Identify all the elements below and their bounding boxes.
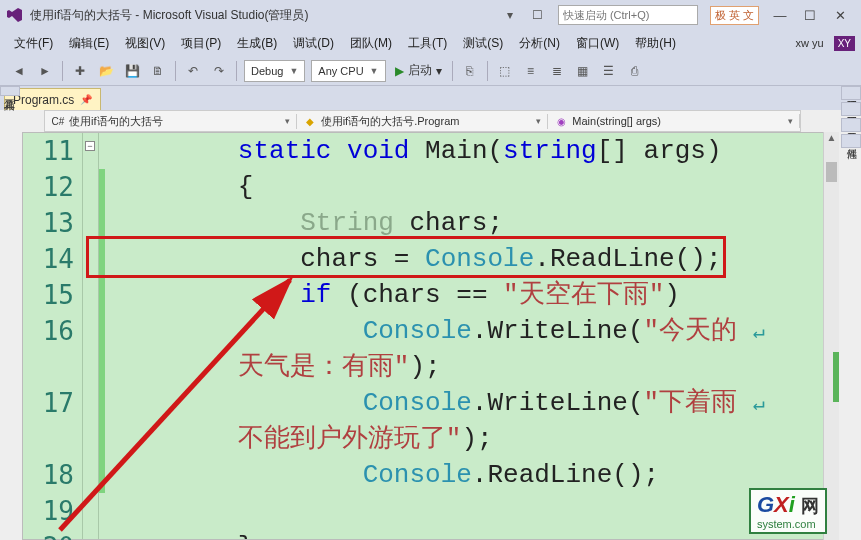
- diagnostic-tools-tab[interactable]: 诊断工具: [841, 118, 861, 132]
- save-all-button[interactable]: 🗎: [146, 59, 170, 83]
- menu-project[interactable]: 项目(P): [173, 33, 229, 54]
- code-editor[interactable]: 11121314151617181920 − static void Main(…: [22, 132, 839, 540]
- nav-class-dropdown[interactable]: ◆ 使用if语句的大括号.Program ▾: [297, 114, 549, 129]
- nav-project-dropdown[interactable]: C# 使用if语句的大括号 ▾: [45, 114, 297, 129]
- line-number-gutter: 11121314151617181920: [23, 133, 83, 539]
- line-number: 16: [23, 313, 74, 349]
- close-button[interactable]: ✕: [825, 3, 855, 27]
- ime-badge[interactable]: 极 英 文: [710, 6, 759, 25]
- nav-seg-label: 使用if语句的大括号: [69, 114, 163, 129]
- solution-platform-dropdown[interactable]: Any CPU▼: [311, 60, 385, 82]
- menu-view[interactable]: 视图(V): [117, 33, 173, 54]
- navigation-bar: C# 使用if语句的大括号 ▾ ◆ 使用if语句的大括号.Program ▾ ◉…: [44, 110, 801, 132]
- maximize-button[interactable]: ☐: [795, 3, 825, 27]
- file-tab-label: Program.cs: [13, 93, 74, 107]
- pin-icon[interactable]: 📌: [80, 94, 92, 105]
- line-number: 17: [23, 385, 74, 421]
- menu-build[interactable]: 生成(B): [229, 33, 285, 54]
- titlebar: 使用if语句的大括号 - Microsoft Visual Studio(管理员…: [0, 0, 861, 30]
- menu-team[interactable]: 团队(M): [342, 33, 400, 54]
- solution-config-dropdown[interactable]: Debug▼: [244, 60, 305, 82]
- code-line[interactable]: if (chars == "天空在下雨"): [113, 277, 838, 313]
- toolbar: ◄ ► ✚ 📂 💾 🗎 ↶ ↷ Debug▼ Any CPU▼ ▶启动▾ ⎘ ⬚…: [0, 56, 861, 86]
- nav-method-dropdown[interactable]: ◉ Main(string[] args) ▾: [548, 114, 800, 128]
- minimize-button[interactable]: —: [765, 3, 795, 27]
- code-line[interactable]: String chars;: [113, 205, 838, 241]
- code-line[interactable]: Console.WriteLine("下着雨 ↵: [113, 385, 838, 421]
- line-number: 18: [23, 457, 74, 493]
- code-line[interactable]: 天气是：有雨");: [113, 349, 838, 385]
- code-line[interactable]: {: [113, 169, 838, 205]
- scroll-change-marker: [833, 352, 839, 402]
- signed-in-user[interactable]: xw yu: [790, 35, 830, 51]
- line-number: 12: [23, 169, 74, 205]
- toolbar-icon[interactable]: ⬚: [493, 59, 517, 83]
- toolbar-icon[interactable]: ≣: [545, 59, 569, 83]
- line-number: [23, 349, 74, 385]
- new-project-button[interactable]: ✚: [68, 59, 92, 83]
- watermark-badge: GXi 网 system.com: [749, 488, 827, 534]
- nav-seg-label: 使用if语句的大括号.Program: [321, 114, 460, 129]
- right-tool-tabs: 解决方案资源管理器 团队资源管理器 诊断工具 属性: [841, 86, 861, 150]
- toolbox-side-tab[interactable]: 工具箱: [0, 86, 20, 96]
- toolbar-icon[interactable]: ⎙: [623, 59, 647, 83]
- nav-back-button[interactable]: ◄: [7, 59, 31, 83]
- code-line[interactable]: }: [113, 529, 838, 539]
- line-number: 15: [23, 277, 74, 313]
- code-line[interactable]: Console.WriteLine("今天的 ↵: [113, 313, 838, 349]
- outlining-margin[interactable]: −: [83, 133, 99, 539]
- save-button[interactable]: 💾: [120, 59, 144, 83]
- csharp-project-icon: C#: [51, 114, 65, 128]
- separator: [487, 61, 488, 81]
- menu-help[interactable]: 帮助(H): [627, 33, 684, 54]
- code-line[interactable]: Console.ReadLine();: [113, 457, 838, 493]
- solution-explorer-tab[interactable]: 解决方案资源管理器: [841, 86, 861, 100]
- user-initials-badge[interactable]: XY: [834, 36, 855, 51]
- code-line[interactable]: [113, 493, 838, 529]
- nav-seg-label: Main(string[] args): [572, 115, 661, 127]
- code-line[interactable]: chars = Console.ReadLine();: [113, 241, 838, 277]
- start-debug-button[interactable]: ▶启动▾: [389, 62, 448, 79]
- properties-tab[interactable]: 属性: [841, 134, 861, 148]
- toolbar-icon[interactable]: ≡: [519, 59, 543, 83]
- undo-button[interactable]: ↶: [181, 59, 205, 83]
- menu-edit[interactable]: 编辑(E): [61, 33, 117, 54]
- line-number: 14: [23, 241, 74, 277]
- team-explorer-tab[interactable]: 团队资源管理器: [841, 102, 861, 116]
- line-number: [23, 421, 74, 457]
- vertical-scrollbar[interactable]: ▲: [823, 132, 839, 540]
- code-line[interactable]: 不能到户外游玩了");: [113, 421, 838, 457]
- fold-toggle[interactable]: −: [85, 141, 95, 151]
- menu-file[interactable]: 文件(F): [6, 33, 61, 54]
- nav-forward-button[interactable]: ►: [33, 59, 57, 83]
- line-number: 11: [23, 133, 74, 169]
- menu-debug[interactable]: 调试(D): [285, 33, 342, 54]
- method-icon: ◉: [554, 114, 568, 128]
- menu-test[interactable]: 测试(S): [455, 33, 511, 54]
- redo-button[interactable]: ↷: [207, 59, 231, 83]
- scroll-up-button[interactable]: ▲: [824, 132, 839, 148]
- menu-window[interactable]: 窗口(W): [568, 33, 627, 54]
- line-number: 19: [23, 493, 74, 529]
- feedback-icon[interactable]: ☐: [528, 5, 548, 25]
- code-line[interactable]: static void Main(string[] args): [113, 133, 838, 169]
- menu-analyze[interactable]: 分析(N): [511, 33, 568, 54]
- separator: [62, 61, 63, 81]
- document-tabs: Program.cs 📌: [0, 86, 861, 110]
- quick-launch-input[interactable]: [558, 5, 698, 25]
- class-icon: ◆: [303, 114, 317, 128]
- menu-tools[interactable]: 工具(T): [400, 33, 455, 54]
- open-file-button[interactable]: 📂: [94, 59, 118, 83]
- window-title: 使用if语句的大括号 - Microsoft Visual Studio(管理员…: [30, 7, 309, 24]
- separator: [175, 61, 176, 81]
- scroll-thumb[interactable]: [826, 162, 837, 182]
- separator: [236, 61, 237, 81]
- toolbar-icon[interactable]: ▦: [571, 59, 595, 83]
- notifications-icon[interactable]: ▾: [500, 5, 520, 25]
- code-area[interactable]: static void Main(string[] args) { String…: [105, 133, 838, 539]
- menubar: 文件(F) 编辑(E) 视图(V) 项目(P) 生成(B) 调试(D) 团队(M…: [0, 30, 861, 56]
- step-button[interactable]: ⎘: [458, 59, 482, 83]
- line-number: 20: [23, 529, 74, 540]
- vs-logo-icon: [6, 6, 24, 24]
- toolbar-icon[interactable]: ☰: [597, 59, 621, 83]
